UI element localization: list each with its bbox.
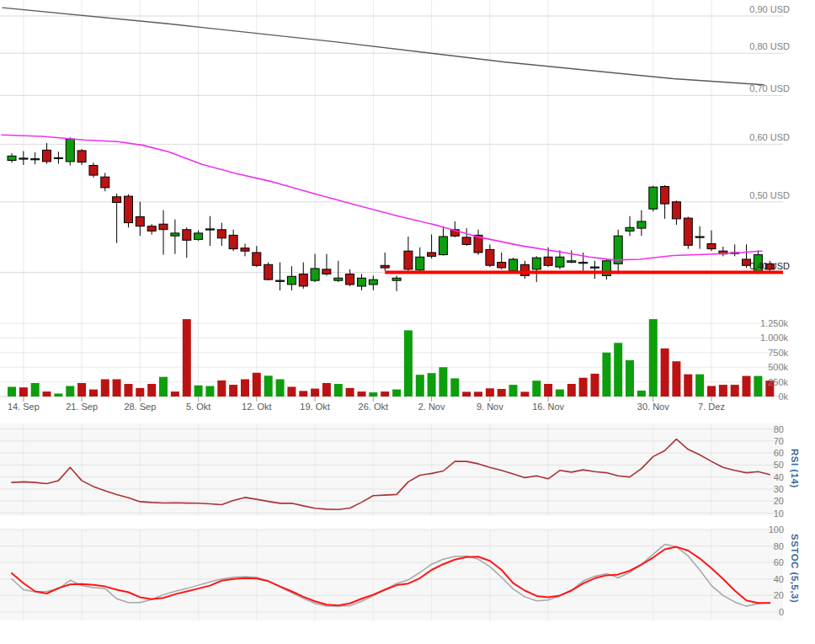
- axis-label: 0: [779, 607, 784, 617]
- axis-label: 0,70 USD: [749, 83, 790, 93]
- volume-bar: [147, 384, 156, 397]
- candle-body: [462, 237, 471, 245]
- candle-body: [626, 227, 634, 231]
- candle-body: [264, 264, 273, 279]
- volume-bar: [509, 385, 518, 397]
- volume-bar: [159, 377, 168, 397]
- volume-bar: [299, 391, 307, 397]
- volume-bar: [567, 384, 576, 397]
- volume-bar: [217, 381, 226, 397]
- volume-bar: [311, 389, 319, 397]
- candle-body: [159, 224, 168, 230]
- candle-body: [661, 187, 669, 205]
- candle-body: [556, 257, 564, 267]
- axis-label: 40: [774, 472, 784, 482]
- volume-bar: [392, 390, 401, 397]
- candle-body: [66, 139, 74, 162]
- axis-label: 100: [769, 524, 784, 535]
- volume-bar: [731, 385, 739, 397]
- volume-bar: [77, 383, 86, 397]
- axis-label: 80: [774, 424, 784, 434]
- volume-bar: [276, 380, 285, 397]
- candle-body: [381, 265, 389, 268]
- volume-bar: [532, 381, 541, 397]
- candle-body: [77, 151, 86, 162]
- volume-bar: [8, 387, 16, 397]
- candle-body: [241, 248, 249, 252]
- volume-bar: [136, 388, 144, 397]
- volume-bar: [602, 353, 610, 397]
- candle-body: [217, 230, 226, 238]
- candle-body: [31, 159, 40, 160]
- axis-label: 0,60 USD: [749, 132, 790, 142]
- axis-label: 30. Nov: [637, 402, 669, 412]
- volume-bar: [43, 391, 51, 397]
- volume-bar: [474, 391, 482, 397]
- axis-label: 5. Okt: [186, 402, 210, 412]
- candle-body: [287, 276, 296, 285]
- volume-bar: [89, 390, 98, 397]
- candle-body: [171, 233, 179, 236]
- volume-bar: [520, 391, 529, 397]
- axis-label: 12. Okt: [242, 402, 271, 412]
- date-axis: 14. Sep21. Sep28. Sep5. Okt12. Okt19. Ok…: [8, 397, 725, 412]
- candle-body: [486, 249, 494, 265]
- axis-label: 26. Okt: [359, 402, 388, 412]
- volume-bar: [54, 394, 62, 397]
- axis-label: 60: [774, 448, 784, 458]
- candle-body: [509, 259, 518, 271]
- candle-body: [346, 274, 354, 285]
- volume-bar: [205, 386, 214, 397]
- volume-bar: [544, 384, 552, 397]
- candle-body: [544, 257, 552, 265]
- candle-body: [253, 253, 261, 265]
- axis-label: 9. Nov: [477, 402, 503, 412]
- candle-body: [404, 251, 413, 269]
- candle-body: [8, 156, 16, 160]
- candle-body: [695, 237, 704, 237]
- stoch-pane-title: SSTOC (5,5,3): [790, 534, 800, 603]
- candle-body: [229, 235, 237, 248]
- axis-label: 1.000k: [760, 333, 789, 343]
- volume-bar: [649, 319, 658, 397]
- volume-bar: [229, 385, 237, 397]
- axis-label: 16. Nov: [532, 402, 564, 412]
- horizontal-gridlines: [0, 16, 783, 612]
- axis-label: 0,40 USD: [749, 261, 790, 271]
- volume-bar: [369, 392, 377, 397]
- volume-axis-labels: 1.250k1.000k750k500k250k0k: [760, 318, 789, 402]
- volume-bar: [287, 387, 296, 397]
- candle-body: [299, 274, 307, 286]
- volume-bar: [264, 375, 273, 397]
- axis-label: 750k: [768, 348, 788, 358]
- volume-bar: [614, 343, 622, 397]
- volume-bar: [19, 387, 28, 397]
- volume-bar: [241, 380, 249, 397]
- volume-bar: [322, 383, 331, 397]
- volume-bar: [556, 390, 564, 397]
- volume-bar: [428, 373, 436, 397]
- chart-root: 0,90 USD0,80 USD0,70 USD0,60 USD0,50 USD…: [0, 0, 815, 644]
- candle-body: [334, 278, 343, 280]
- axis-label: 40: [774, 574, 784, 584]
- volume-bar: [194, 386, 203, 397]
- volume-bar: [171, 391, 179, 397]
- candle-body: [416, 257, 424, 270]
- stock-chart-svg: 0,90 USD0,80 USD0,70 USD0,60 USD0,50 USD…: [0, 0, 815, 644]
- volume-bar: [416, 375, 424, 397]
- axis-label: 20: [774, 496, 784, 506]
- volume-bar: [125, 384, 133, 397]
- candle-body: [637, 221, 646, 228]
- axis-label: 80: [774, 541, 784, 551]
- volume-bar: [707, 386, 716, 397]
- volume-series: [8, 319, 774, 397]
- axis-label: 0,80 USD: [749, 41, 790, 51]
- volume-bar: [579, 378, 588, 397]
- volume-bar: [439, 367, 447, 397]
- candle-body: [136, 217, 144, 226]
- axis-label: 50: [774, 460, 784, 470]
- candle-body: [19, 158, 28, 159]
- axis-label: 250k: [768, 377, 788, 387]
- overlay-lines: [2, 8, 783, 273]
- volume-bar: [743, 376, 751, 397]
